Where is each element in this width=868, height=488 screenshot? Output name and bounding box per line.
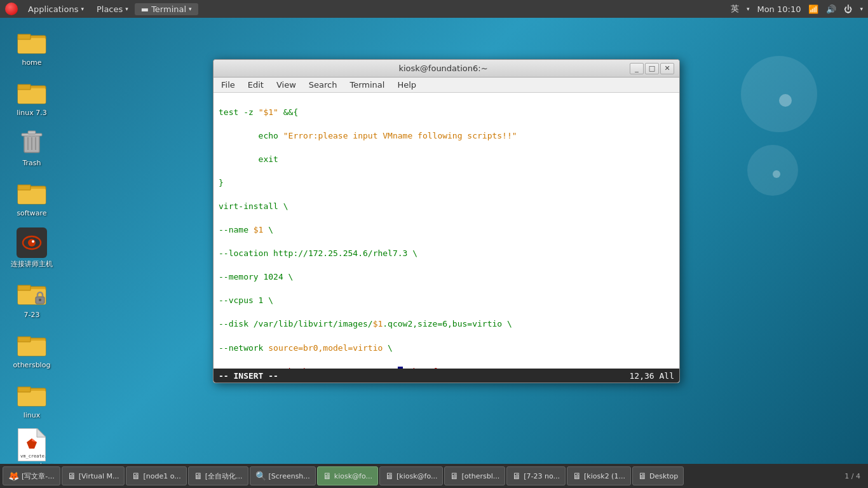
- power-icon: ⏻: [844, 4, 852, 14]
- power-arrow: ▾: [860, 6, 863, 12]
- terminal-menubar: File Edit View Search Terminal Help: [214, 78, 679, 93]
- minimize-button[interactable]: _: [630, 63, 644, 74]
- topbar: Applications ▾ Places ▾ ▬ Terminal ▾ 英 ▾…: [0, 0, 868, 18]
- kiosk2-icon: 🖥: [385, 471, 394, 481]
- kiosk2-label: [kiosk@fo...: [397, 472, 437, 480]
- task-virtualm1[interactable]: 🖥 [Virtual M...: [62, 466, 125, 485]
- trash-label: Trash: [22, 159, 41, 167]
- home-icon: [17, 27, 47, 57]
- close-button[interactable]: ✕: [660, 63, 674, 74]
- task-kiosk2[interactable]: 🖥 [kiosk@fo...: [379, 466, 443, 485]
- terminal-title: kiosk@foundation6:~: [257, 64, 630, 73]
- desktop-icon-linux73[interactable]: linux 7.3: [6, 74, 57, 119]
- menu-search[interactable]: Search: [304, 79, 342, 91]
- task-othersblog[interactable]: 🖥 [othersbl...: [444, 466, 505, 485]
- terminal-icon-small: ▬: [141, 4, 149, 14]
- code-line-2: echo "Error:please input VMname followin…: [219, 130, 674, 142]
- script-file-icon: vm_create.sh: [17, 430, 47, 460]
- svg-rect-14: [18, 185, 31, 190]
- task-automation[interactable]: 🖥 [全自动化...: [188, 466, 248, 485]
- terminal-content[interactable]: test -z "$1" &&{ echo "Error:please inpu…: [214, 93, 679, 369]
- terminal-label: Terminal: [151, 4, 186, 14]
- desktop-icon-connect[interactable]: 连接讲师主机: [6, 225, 57, 271]
- desktop-task-label: Desktop: [649, 472, 678, 480]
- lang-indicator[interactable]: 英: [731, 3, 739, 15]
- linux-icon: [17, 379, 47, 410]
- svg-rect-13: [18, 189, 46, 204]
- software-label: software: [17, 209, 46, 217]
- menu-terminal[interactable]: Terminal: [344, 79, 390, 91]
- othersblog-label: othersblog: [13, 361, 51, 369]
- othersblog-task-label: [othersbl...: [461, 472, 499, 480]
- window-controls: _ □ ✕: [630, 63, 674, 74]
- desktop-task-icon: 🖥: [638, 471, 647, 481]
- desktop-icon-linux[interactable]: linux: [6, 377, 57, 422]
- topbar-left: Applications ▾ Places ▾ ▬ Terminal ▾: [5, 3, 198, 15]
- svg-rect-28: [18, 391, 46, 406]
- menu-edit[interactable]: Edit: [243, 79, 269, 91]
- code-line-1: test -z "$1" &&{: [219, 107, 674, 119]
- connect-label: 连接讲师主机: [11, 259, 53, 269]
- code-line-10: --disk /var/lib/libvirt/images/$1.qcow2,…: [219, 318, 674, 330]
- foxwriter-label: [写文章-...: [22, 471, 55, 481]
- places-arrow: ▾: [125, 6, 128, 12]
- desktop-icon-software[interactable]: software: [6, 175, 57, 220]
- desktop-icon-723[interactable]: 7-23: [6, 276, 57, 322]
- wifi-icon: 📶: [808, 4, 818, 14]
- desktop-icon-home[interactable]: home: [6, 24, 57, 69]
- vim-position: 12,36 All: [630, 371, 674, 381]
- folder-locked-icon: [17, 279, 47, 309]
- topbar-right: 英 ▾ Mon 10:10 📶 🔊 ⏻ ▾: [731, 3, 863, 15]
- terminal-menu-item[interactable]: ▬ Terminal ▾: [135, 3, 198, 15]
- menu-file[interactable]: File: [216, 79, 240, 91]
- deco-circle-1: [741, 56, 817, 132]
- terminal-window: kiosk@foundation6:~ _ □ ✕ File Edit View…: [213, 59, 680, 383]
- terminal-arrow: ▾: [189, 6, 192, 12]
- svg-rect-29: [18, 387, 31, 392]
- code-line-3: exit: [219, 154, 674, 166]
- places-menu[interactable]: Places ▾: [90, 3, 135, 15]
- othersblog-icon: [17, 329, 47, 360]
- connect-icon: [17, 227, 47, 258]
- task-kiosk-active[interactable]: 🖥 kiosk@fo...: [317, 466, 378, 485]
- svg-marker-31: [37, 428, 46, 437]
- svg-rect-25: [18, 341, 46, 356]
- linux73-label: linux 7.3: [17, 109, 47, 117]
- desktop-icon-othersblog[interactable]: othersblog: [6, 327, 57, 372]
- automation-label: [全自动化...: [205, 471, 243, 481]
- places-label: Places: [97, 4, 123, 14]
- othersblog-task-icon: 🖥: [450, 471, 459, 481]
- svg-point-17: [28, 239, 36, 247]
- terminal-statusbar: -- INSERT -- 12,36 All: [214, 369, 679, 383]
- menu-help[interactable]: Help: [392, 79, 421, 91]
- home-label: home: [22, 58, 41, 67]
- desktop-icon-trash[interactable]: Trash: [6, 125, 57, 170]
- volume-icon: 🔊: [826, 4, 836, 14]
- task-desktop[interactable]: 🖥 Desktop: [632, 466, 684, 485]
- task-screenshot[interactable]: 🔍 [Screensh...: [250, 466, 316, 485]
- code-line-5: virt-install \: [219, 201, 674, 213]
- trash-icon: [17, 127, 47, 158]
- node1-icon: 🖥: [132, 471, 140, 481]
- svg-point-18: [32, 240, 34, 243]
- vim-mode: -- INSERT --: [219, 371, 278, 381]
- workspace-counter: 1 / 4: [844, 472, 865, 480]
- code-line-6: --name $1 \: [219, 224, 674, 236]
- screenshot-icon: 🔍: [255, 471, 266, 481]
- code-line-11: --network source=br0,model=virtio \: [219, 342, 674, 355]
- svg-rect-2: [18, 34, 31, 39]
- terminal-titlebar: kiosk@foundation6:~ _ □ ✕: [214, 60, 679, 78]
- kiosk-mgr-label: [kiosk2 (1...: [584, 472, 625, 480]
- task-kiosk-manager[interactable]: 🖥 [kiosk2 (1...: [567, 466, 631, 485]
- deco-circle-3: [779, 94, 792, 107]
- applications-arrow: ▾: [81, 6, 84, 12]
- menu-view[interactable]: View: [271, 79, 301, 91]
- maximize-button[interactable]: □: [645, 63, 659, 74]
- task-foxwriter[interactable]: 🦊 [写文章-...: [3, 466, 60, 485]
- applications-menu[interactable]: Applications ▾: [22, 3, 90, 15]
- task-723[interactable]: 🖥 [7-23 no...: [506, 466, 566, 485]
- svg-rect-4: [18, 88, 46, 104]
- code-line-4: }: [219, 177, 674, 189]
- automation-icon: 🖥: [194, 471, 203, 481]
- task-node1[interactable]: 🖥 [node1 o...: [126, 466, 186, 485]
